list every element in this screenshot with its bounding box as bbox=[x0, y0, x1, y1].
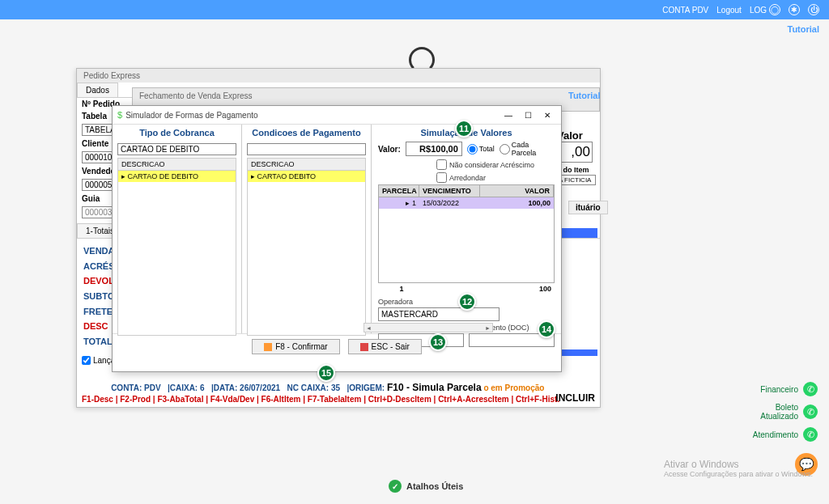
gf-total: 100 bbox=[511, 285, 551, 293]
bg-item-input[interactable] bbox=[557, 175, 596, 185]
radio-parcela-input[interactable] bbox=[500, 144, 510, 155]
radio-total[interactable]: Total bbox=[467, 144, 495, 155]
activate-title: Ativar o Windows bbox=[664, 459, 813, 470]
operadora-input[interactable] bbox=[378, 307, 500, 321]
radio-parcela[interactable]: Cada Parcela bbox=[500, 141, 555, 157]
gh-venc: VENCIMENTO bbox=[419, 185, 480, 197]
cond-row-text: CARTAO DEBITO bbox=[257, 172, 317, 180]
check-acrescimo-input[interactable] bbox=[436, 159, 447, 170]
pedido-footer: CONTA: PDV |CAIXA: 6 |DATA: 26/07/2021 N… bbox=[77, 379, 600, 407]
sair-label: ESC - Sair bbox=[372, 342, 410, 351]
maximize-button[interactable]: ☐ bbox=[519, 108, 537, 121]
radio-total-label: Total bbox=[479, 145, 495, 153]
confirm-icon bbox=[264, 343, 272, 351]
condicoes-input[interactable] bbox=[247, 143, 366, 155]
col-condicoes: Condicoes de Pagamento DESCRICAO ▸ CARTA… bbox=[242, 125, 372, 333]
whatsapp-icon: ✆ bbox=[803, 404, 818, 419]
col-tipo-cobranca: Tipo de Cobranca DESCRICAO ▸ CARTAO DE D… bbox=[113, 125, 242, 333]
sair-button[interactable]: ESC - Sair bbox=[348, 339, 422, 354]
grid-row[interactable]: ▸ 1 15/03/2022 100,00 bbox=[378, 197, 555, 209]
exit-icon bbox=[360, 343, 368, 351]
badge-13: 13 bbox=[429, 333, 447, 351]
gh-valor: VALOR bbox=[480, 185, 554, 197]
bg-item-label: a do Item bbox=[557, 166, 601, 174]
whatsapp-icon: ✆ bbox=[803, 427, 818, 442]
footer-origem: |ORIGEM: bbox=[346, 383, 385, 392]
scrollbar[interactable] bbox=[363, 323, 493, 332]
lanca-checkbox[interactable] bbox=[82, 356, 91, 365]
power-icon[interactable]: ⏻ bbox=[808, 4, 819, 15]
conta-pdv[interactable]: CONTA PDV bbox=[662, 6, 708, 15]
tipo-list-body bbox=[117, 182, 236, 336]
check-acrescimo-label: Não considerar Acréscimo bbox=[449, 161, 534, 169]
bg-valor-label: Valor bbox=[557, 129, 601, 142]
financeiro-label: Financeiro bbox=[760, 385, 798, 394]
atalhos-uteis[interactable]: ✓ Atalhos Úteis bbox=[389, 480, 463, 493]
gh-parcela: PARCELA bbox=[379, 185, 419, 197]
tipo-row-text: CARTAO DE DEBITO bbox=[128, 172, 199, 180]
confirmar-button[interactable]: F8 - Confirmar bbox=[252, 339, 339, 354]
bg-blue-bar bbox=[559, 228, 597, 238]
grid-body bbox=[378, 209, 555, 283]
valor-label: Valor: bbox=[378, 145, 401, 154]
footer-shortcuts: F1-Desc | F2-Prod | F3-AbaTotal | F4-Vda… bbox=[82, 395, 595, 404]
user-icon: ◯ bbox=[769, 4, 780, 15]
check-acrescimo[interactable]: Não considerar Acréscimo bbox=[436, 159, 555, 170]
footer-f10: F10 - Simula Parcela bbox=[387, 382, 482, 393]
gf-count: 1 bbox=[381, 285, 422, 293]
tipo-list-row[interactable]: ▸ CARTAO DE DEBITO bbox=[117, 171, 236, 182]
gr-parcela: 1 bbox=[412, 199, 416, 207]
cond-list-body bbox=[247, 182, 366, 336]
radio-parcela-label: Cada Parcela bbox=[512, 141, 555, 157]
log-label: LOG bbox=[750, 6, 767, 15]
dialog-simulador: $ Simulador de Formas de Pagamento — ☐ ✕… bbox=[112, 105, 562, 372]
check-arredondar[interactable]: Arredondar bbox=[436, 172, 555, 183]
badge-12: 12 bbox=[458, 293, 476, 311]
logout-link[interactable]: Logout bbox=[716, 6, 742, 15]
badge-14: 14 bbox=[538, 320, 555, 338]
tipo-cobranca-input[interactable] bbox=[117, 143, 236, 155]
dollar-icon: $ bbox=[117, 110, 122, 120]
boleto-label: Boleto Atualizado bbox=[750, 403, 798, 421]
bg-right-panel: Valor a do Item bbox=[557, 129, 601, 185]
check-arredondar-label: Arredondar bbox=[449, 174, 486, 182]
topbar: CONTA PDV Logout LOG ◯ ✱ ⏻ bbox=[0, 0, 829, 19]
cond-list-header: DESCRICAO bbox=[247, 158, 366, 171]
tipo-list-header: DESCRICAO bbox=[117, 158, 236, 171]
windows-activate: Ativar o Windows Acesse Configurações pa… bbox=[664, 459, 813, 478]
contact-atendimento[interactable]: Atendimento ✆ bbox=[753, 427, 818, 442]
bg-valor-input[interactable] bbox=[557, 142, 593, 163]
tab-dados[interactable]: Dados bbox=[77, 83, 118, 97]
incluir-label: INCLUIR bbox=[555, 392, 595, 404]
contact-financeiro[interactable]: Financeiro ✆ bbox=[760, 382, 818, 396]
badge-11: 11 bbox=[455, 120, 473, 138]
confirmar-label: F8 - Confirmar bbox=[275, 342, 327, 351]
gr-venc: 15/03/2022 bbox=[419, 197, 480, 209]
gear-icon[interactable]: ✱ bbox=[789, 4, 800, 15]
minimize-button[interactable]: — bbox=[500, 108, 517, 121]
condicoes-title: Condicoes de Pagamento bbox=[247, 128, 366, 138]
footer-promo: o em Promoção bbox=[483, 383, 544, 392]
log-link[interactable]: LOG ◯ bbox=[750, 4, 780, 15]
gr-valor: 100,00 bbox=[480, 197, 554, 209]
sim-titlebar: $ Simulador de Formas de Pagamento — ☐ ✕ bbox=[113, 106, 561, 125]
footer-nc: NC CAIXA: 35 bbox=[287, 383, 340, 392]
tutorial-link-top[interactable]: Tutorial bbox=[787, 24, 819, 34]
check-icon: ✓ bbox=[389, 480, 402, 493]
activate-sub: Acesse Configurações para ativar o Windo… bbox=[664, 470, 813, 478]
pedido-title: Pedido Express bbox=[77, 69, 600, 83]
contact-boleto[interactable]: Boleto Atualizado ✆ bbox=[750, 403, 818, 421]
check-arredondar-input[interactable] bbox=[436, 172, 447, 183]
footer-conta: CONTA: PDV bbox=[111, 383, 160, 392]
cond-list-row[interactable]: ▸ CARTAO DEBITO bbox=[247, 171, 366, 182]
tutorial-link-2[interactable]: Tutorial bbox=[568, 91, 601, 100]
tipo-cobranca-title: Tipo de Cobranca bbox=[117, 128, 236, 138]
valor-input[interactable] bbox=[406, 142, 462, 156]
radio-total-input[interactable] bbox=[467, 144, 478, 155]
whatsapp-icon: ✆ bbox=[803, 382, 818, 396]
sim-title: Simulador de Formas de Pagamento bbox=[125, 111, 500, 120]
close-button[interactable]: ✕ bbox=[538, 108, 556, 121]
bg-blue-bar-2 bbox=[559, 349, 597, 356]
bg-ituario: ituário bbox=[568, 201, 608, 214]
grid-header: PARCELA VENCIMENTO VALOR bbox=[378, 184, 555, 197]
